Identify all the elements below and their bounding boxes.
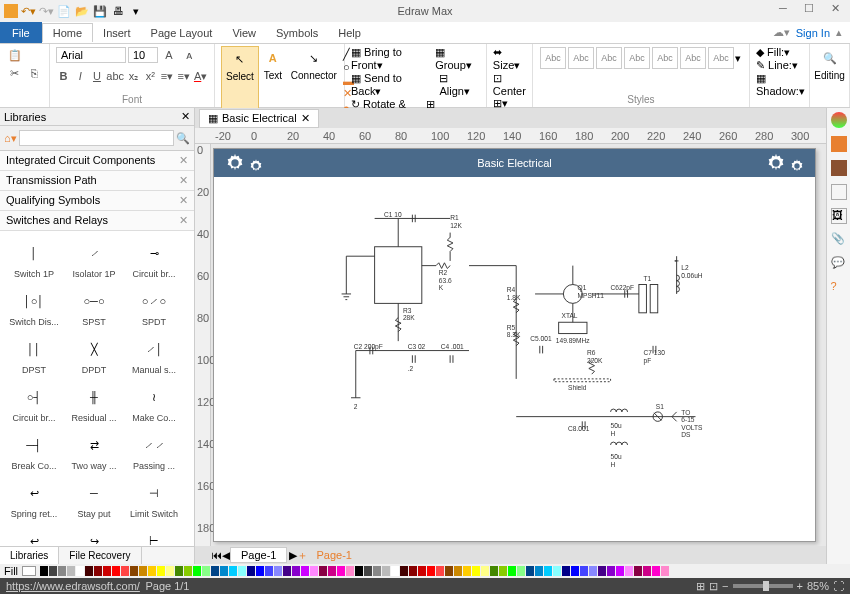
color-swatch[interactable] (238, 566, 246, 576)
color-swatch[interactable] (490, 566, 498, 576)
shape-item[interactable]: ⇄Two way ... (64, 427, 124, 475)
color-swatch[interactable] (562, 566, 570, 576)
shape-item[interactable]: ─Stay put (64, 475, 124, 523)
cloud-icon[interactable]: ☁▾ (773, 26, 790, 39)
shape-item[interactable]: ↪Spring Re... (64, 523, 124, 546)
minimize-icon[interactable]: ─ (772, 2, 794, 20)
color-swatch[interactable] (643, 566, 651, 576)
shape-item[interactable]: ⊢Limit swit... (124, 523, 184, 546)
italic-icon[interactable]: I (73, 67, 88, 85)
color-swatch[interactable] (85, 566, 93, 576)
style-preset[interactable]: Abc (624, 47, 650, 69)
color-swatch[interactable] (112, 566, 120, 576)
color-swatch[interactable] (508, 566, 516, 576)
shrink-font-icon[interactable]: ᴀ (180, 46, 198, 64)
page-icon[interactable] (831, 184, 847, 200)
shape-item[interactable]: ─┤Break Co... (4, 427, 64, 475)
color-swatch[interactable] (220, 566, 228, 576)
menu-page-layout[interactable]: Page Layout (141, 24, 223, 42)
bring-front-btn[interactable]: ▦ Bring to Front▾ (351, 46, 428, 72)
paste-icon[interactable]: 📋 (6, 46, 24, 64)
style-icon[interactable] (831, 136, 847, 152)
style-preset[interactable]: Abc (540, 47, 566, 69)
style-preset[interactable]: Abc (652, 47, 678, 69)
signin-link[interactable]: Sign In (796, 27, 830, 39)
undo-icon[interactable]: ↶▾ (20, 3, 36, 19)
clip-icon[interactable]: 📎 (831, 232, 847, 248)
color-swatch[interactable] (229, 566, 237, 576)
color-swatch[interactable] (598, 566, 606, 576)
color-swatch[interactable] (409, 566, 417, 576)
color-swatch[interactable] (364, 566, 372, 576)
color-swatch[interactable] (499, 566, 507, 576)
size-btn[interactable]: ⬌ Size▾ (493, 46, 520, 71)
zoom-in-icon[interactable]: + (797, 580, 803, 592)
cut-icon[interactable]: ✂ (6, 64, 24, 82)
shape-item[interactable]: ○─○SPST (64, 283, 124, 331)
editing-btn[interactable]: 🔍 Editing (816, 46, 843, 83)
shape-item[interactable]: │○│Switch Dis... (4, 283, 64, 331)
zoom-slider[interactable] (733, 584, 793, 588)
grow-font-icon[interactable]: A (160, 46, 178, 64)
color-swatch[interactable] (121, 566, 129, 576)
close-icon[interactable]: ✕ (824, 2, 846, 20)
ribbon-collapse-icon[interactable]: ▴ (836, 26, 842, 39)
close-icon[interactable]: ✕ (179, 214, 188, 227)
color-swatch[interactable] (427, 566, 435, 576)
style-preset[interactable]: Abc (596, 47, 622, 69)
color-swatches[interactable] (40, 566, 670, 576)
close-icon[interactable]: ✕ (179, 174, 188, 187)
color-swatch[interactable] (535, 566, 543, 576)
color-swatch[interactable] (328, 566, 336, 576)
shape-item[interactable]: ↩Spring Re... (4, 523, 64, 546)
color-swatch[interactable] (184, 566, 192, 576)
shape-item[interactable]: ⟋│Manual s... (124, 331, 184, 379)
send-back-btn[interactable]: ▦ Send to Back▾ (351, 72, 432, 98)
library-search-input[interactable] (19, 130, 174, 146)
fill-btn[interactable]: ◆ Fill:▾ (756, 46, 790, 58)
menu-view[interactable]: View (222, 24, 266, 42)
font-color-icon[interactable]: A▾ (193, 67, 208, 85)
maximize-icon[interactable]: ☐ (798, 2, 820, 20)
shape-item[interactable]: ⟋Isolator 1P (64, 235, 124, 283)
color-swatch[interactable] (292, 566, 300, 576)
style-preset[interactable]: Abc (708, 47, 734, 69)
shape-item[interactable]: ╳DPDT (64, 331, 124, 379)
color-swatch[interactable] (166, 566, 174, 576)
color-swatch[interactable] (202, 566, 210, 576)
font-family-select[interactable] (56, 47, 126, 63)
shape-item[interactable]: ⟋⟋Passing ... (124, 427, 184, 475)
color-swatch[interactable] (445, 566, 453, 576)
open-icon[interactable]: 📂 (74, 3, 90, 19)
color-swatch[interactable] (283, 566, 291, 576)
status-url[interactable]: https://www.edrawsoft.com/ (6, 580, 140, 592)
menu-insert[interactable]: Insert (93, 24, 141, 42)
shape-item[interactable]: ╫Residual ... (64, 379, 124, 427)
color-swatch[interactable] (436, 566, 444, 576)
color-swatch[interactable] (526, 566, 534, 576)
fit-width-icon[interactable]: ⊞ (696, 580, 705, 593)
color-swatch[interactable] (418, 566, 426, 576)
add-page-icon[interactable]: ＋ (297, 548, 308, 563)
style-preset[interactable]: Abc (680, 47, 706, 69)
color-swatch[interactable] (589, 566, 597, 576)
libraries-tab[interactable]: Libraries (0, 547, 59, 564)
shape-item[interactable]: ○⟋○SPDT (124, 283, 184, 331)
color-swatch[interactable] (58, 566, 66, 576)
page-nav-next-icon[interactable]: ▶ (289, 549, 297, 562)
sub-icon[interactable]: x₂ (126, 67, 141, 85)
lib-category[interactable]: Integrated Circuit Components✕ (0, 151, 194, 171)
color-swatch[interactable] (616, 566, 624, 576)
copy-icon[interactable]: ⎘ (26, 64, 44, 82)
page-nav-first-icon[interactable]: ⏮ (211, 549, 222, 561)
center-btn[interactable]: ⊡ Center (493, 72, 526, 97)
fit-page-icon[interactable]: ⊡ (709, 580, 718, 593)
color-swatch[interactable] (40, 566, 48, 576)
color-swatch[interactable] (193, 566, 201, 576)
color-swatch[interactable] (130, 566, 138, 576)
style-more-icon[interactable]: ▾ (735, 52, 741, 65)
file-recovery-tab[interactable]: File Recovery (59, 547, 141, 564)
shape-item[interactable]: ○┤Circuit br... (4, 379, 64, 427)
menu-home[interactable]: Home (42, 23, 93, 42)
color-swatch[interactable] (391, 566, 399, 576)
